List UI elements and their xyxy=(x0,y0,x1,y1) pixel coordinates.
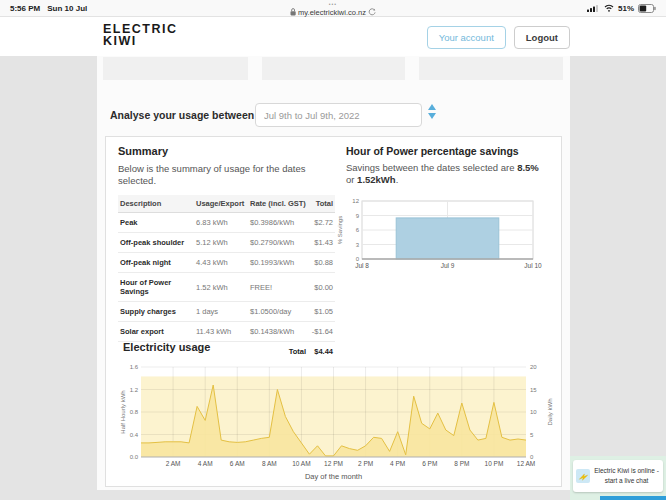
chat-launcher-strip[interactable] xyxy=(600,496,666,500)
svg-text:9: 9 xyxy=(356,213,360,219)
summary-col-header: Usage/Export xyxy=(194,195,248,213)
summary-table-row: Supply charges1 days$1.0500/day$1.05 xyxy=(118,302,335,322)
summary-col-header: Description xyxy=(118,195,194,213)
date-range-input[interactable] xyxy=(255,103,422,127)
electricity-usage-title: Electricity usage xyxy=(123,341,210,353)
svg-text:10 AM: 10 AM xyxy=(292,460,310,467)
summary-col-header: Total xyxy=(308,195,335,213)
battery-percent: 51% xyxy=(618,4,634,13)
hop-bar-chart: 036912% SavingsJul 8Jul 9Jul 10 xyxy=(334,191,556,271)
svg-text:2 AM: 2 AM xyxy=(166,460,181,467)
battery-icon xyxy=(638,4,656,13)
svg-text:4 AM: 4 AM xyxy=(198,460,213,467)
chat-widget: Electric Kiwi is online - start a live c… xyxy=(570,456,666,500)
status-left: 5:56 PM Sun 10 Jul xyxy=(10,4,87,13)
status-right: 51% xyxy=(587,4,656,13)
svg-text:1.2: 1.2 xyxy=(130,387,139,393)
date-range-stepper[interactable] xyxy=(428,104,436,119)
svg-text:Daily kWh: Daily kWh xyxy=(547,398,553,425)
screen: 5:56 PM Sun 10 Jul ••• my.electrickiwi.c… xyxy=(0,0,666,500)
summary-table-row: Solar export11.43 kWh$0.1438/kWh-$1.64 xyxy=(118,322,335,342)
usage-card: Summary Below is the summary of usage fo… xyxy=(105,136,562,487)
chat-status-text: Electric Kiwi is online - start a live c… xyxy=(593,466,660,486)
content-column: Analyse your usage between Summary Below… xyxy=(97,56,570,490)
cellular-signal-icon xyxy=(587,4,600,12)
svg-text:12 PM: 12 PM xyxy=(324,460,343,467)
svg-text:10 PM: 10 PM xyxy=(485,460,504,467)
svg-text:0.0: 0.0 xyxy=(130,454,139,460)
hour-of-power-section: Hour of Power percentage savings Savings… xyxy=(346,145,556,186)
your-account-button[interactable]: Your account xyxy=(427,26,506,49)
svg-text:Jul 9: Jul 9 xyxy=(441,262,455,269)
live-chat-button[interactable]: Electric Kiwi is online - start a live c… xyxy=(573,460,663,492)
svg-text:0.4: 0.4 xyxy=(130,432,139,438)
svg-text:6 PM: 6 PM xyxy=(422,460,437,467)
multitask-dots-icon: ••• xyxy=(290,1,376,8)
svg-text:Jul 8: Jul 8 xyxy=(355,262,369,269)
wifi-icon xyxy=(604,4,614,12)
summary-subtitle: Below is the summary of usage for the da… xyxy=(118,163,323,187)
svg-text:15: 15 xyxy=(530,387,537,393)
kiwi-arrow-icon xyxy=(576,469,590,483)
status-date: Sun 10 Jul xyxy=(47,4,87,13)
summary-section: Summary Below is the summary of usage fo… xyxy=(118,145,336,361)
svg-text:8 PM: 8 PM xyxy=(454,460,469,467)
electric-kiwi-logo[interactable]: ELECTRIC KIWI xyxy=(103,23,178,47)
date-range-label: Analyse your usage between xyxy=(110,109,254,121)
svg-text:12: 12 xyxy=(352,198,359,204)
status-bar: 5:56 PM Sun 10 Jul ••• my.electrickiwi.c… xyxy=(0,0,666,17)
hop-kwh: 1.52kWh xyxy=(357,174,396,185)
summary-col-header: Rate (incl. GST) xyxy=(248,195,308,213)
summary-title: Summary xyxy=(118,145,336,157)
svg-text:% Savings: % Savings xyxy=(337,216,343,244)
svg-text:4 PM: 4 PM xyxy=(390,460,405,467)
chat-line1: Electric Kiwi is online - xyxy=(593,466,660,476)
site-header: ELECTRIC KIWI Your account Logout xyxy=(0,17,666,56)
lock-icon xyxy=(290,8,296,16)
placeholder-tile-1 xyxy=(103,57,248,80)
svg-text:Day of the month: Day of the month xyxy=(305,472,362,481)
svg-text:5: 5 xyxy=(530,432,534,438)
svg-text:10: 10 xyxy=(530,409,537,415)
hop-title: Hour of Power percentage savings xyxy=(346,145,556,157)
url-text: my.electrickiwi.co.nz xyxy=(298,9,366,16)
chat-line2: start a live chat xyxy=(593,476,660,486)
svg-text:6: 6 xyxy=(356,227,360,233)
placeholder-tile-2 xyxy=(262,57,405,80)
summary-table-row: Off-peak shoulder5.12 kWh$0.2790/kWh$1.4… xyxy=(118,233,335,253)
svg-text:2 PM: 2 PM xyxy=(358,460,373,467)
stepper-down-icon[interactable] xyxy=(428,113,436,119)
svg-text:20: 20 xyxy=(530,364,537,370)
stepper-up-icon[interactable] xyxy=(428,104,436,110)
svg-text:6 AM: 6 AM xyxy=(230,460,245,467)
page-background: Analyse your usage between Summary Below… xyxy=(0,56,666,500)
electricity-usage-chart: 0.00.40.81.21.6051015202 AM4 AM6 AM8 AM1… xyxy=(118,359,560,485)
reload-icon[interactable] xyxy=(368,8,376,16)
svg-text:Jul 10: Jul 10 xyxy=(524,262,542,269)
svg-text:Half Hourly kWh: Half Hourly kWh xyxy=(120,390,126,433)
summary-table-row: Peak6.83 kWh$0.3986/kWh$2.72 xyxy=(118,213,335,233)
svg-text:1.6: 1.6 xyxy=(130,364,139,370)
svg-text:0.8: 0.8 xyxy=(130,409,139,415)
status-time: 5:56 PM xyxy=(10,4,40,13)
svg-text:8 AM: 8 AM xyxy=(262,460,277,467)
svg-text:12 AM: 12 AM xyxy=(517,460,535,467)
svg-text:3: 3 xyxy=(356,242,360,248)
summary-table-row: Off-peak night4.43 kWh$0.1993/kWh$0.88 xyxy=(118,253,335,273)
summary-table-row: Hour of Power Savings1.52 kWhFREE!$0.00 xyxy=(118,273,335,302)
logout-button[interactable]: Logout xyxy=(514,26,570,49)
address-bar[interactable]: ••• my.electrickiwi.co.nz xyxy=(290,1,376,16)
hop-percent: 8.5% xyxy=(517,162,539,173)
logo-line2: KIWI xyxy=(103,35,178,47)
hop-savings-text: Savings between the dates selected are 8… xyxy=(346,162,548,186)
summary-table: DescriptionUsage/ExportRate (incl. GST)T… xyxy=(118,195,335,361)
placeholder-tile-3 xyxy=(419,57,563,80)
